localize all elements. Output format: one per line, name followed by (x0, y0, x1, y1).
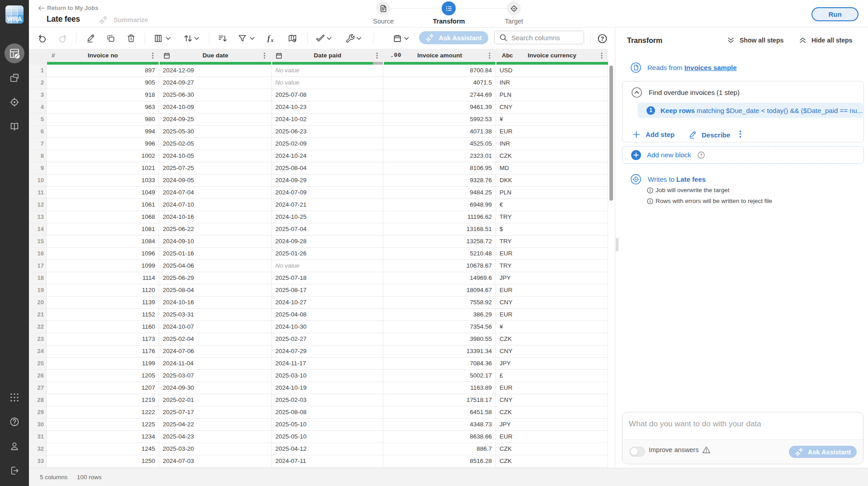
svg-text:?: ? (700, 152, 703, 157)
svg-text:WRA: WRA (7, 15, 22, 23)
svg-text:x: x (270, 37, 274, 43)
svg-text:?: ? (601, 36, 604, 42)
